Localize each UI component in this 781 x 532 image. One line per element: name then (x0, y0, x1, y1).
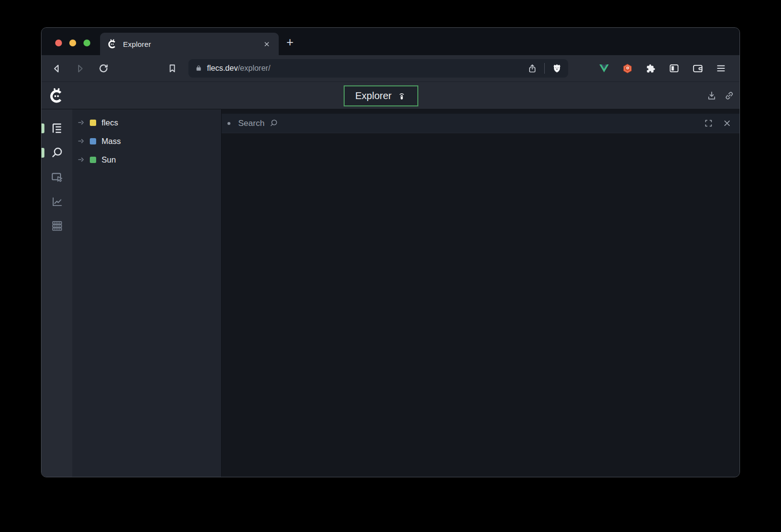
tree-outline-icon[interactable] (50, 121, 64, 136)
share-icon[interactable] (526, 62, 538, 75)
browser-window: Explorer + (41, 27, 740, 477)
search-panel-header[interactable]: Search (222, 114, 740, 133)
hexagon-extension-icon[interactable] (621, 62, 633, 74)
browser-toolbar: flecs.dev/explorer/ (41, 55, 740, 82)
bookmark-icon[interactable] (166, 62, 179, 75)
wallet-icon[interactable] (692, 62, 703, 74)
tree-item-label: Mass (102, 137, 121, 146)
zoom-window-button[interactable] (83, 40, 90, 46)
link-icon[interactable] (724, 90, 735, 101)
panel-bullet-icon (227, 122, 230, 125)
app-body: flecs Mass Sun (41, 109, 740, 477)
app-header: Explorer (41, 82, 740, 109)
close-icon[interactable] (722, 119, 732, 128)
active-panel-pill (41, 123, 44, 133)
inspector-icon[interactable] (50, 170, 64, 184)
entity-tree: flecs Mass Sun (72, 109, 221, 477)
reload-icon[interactable] (97, 62, 110, 75)
expand-arrow-icon[interactable] (78, 137, 85, 145)
stats-icon[interactable] (50, 219, 64, 233)
window-controls (55, 40, 90, 46)
active-panel-pill (41, 148, 44, 158)
tree-item-label: Sun (102, 155, 116, 164)
address-bar[interactable]: flecs.dev/explorer/ (188, 59, 568, 78)
search-panel-title: Search (238, 119, 265, 128)
search-icon[interactable] (50, 145, 64, 160)
icon-sidebar (41, 109, 72, 477)
query-results-area (222, 133, 740, 477)
main-panel: Search (221, 109, 740, 477)
app-title-box[interactable]: Explorer (344, 85, 418, 106)
tab-strip: Explorer + (41, 28, 740, 55)
url-host: flecs.dev (207, 64, 238, 73)
entity-color-swatch (90, 157, 96, 163)
expand-arrow-icon[interactable] (78, 156, 85, 164)
tree-item[interactable]: Sun (72, 150, 221, 169)
flecs-favicon-icon (107, 39, 117, 49)
url-path: /explorer/ (238, 64, 270, 73)
lock-icon (195, 64, 203, 72)
tree-item[interactable]: flecs (72, 113, 221, 132)
forward-icon[interactable] (74, 62, 86, 75)
entity-color-swatch (90, 138, 96, 144)
fullscreen-icon[interactable] (703, 119, 713, 128)
tree-item-label: flecs (102, 118, 118, 127)
download-icon[interactable] (706, 90, 717, 101)
tab-explorer[interactable]: Explorer (100, 33, 279, 55)
sidebar-toggle-icon[interactable] (668, 62, 680, 74)
vue-devtools-icon[interactable] (598, 62, 610, 74)
flecs-logo-icon[interactable] (49, 88, 64, 103)
back-icon[interactable] (50, 62, 63, 75)
entity-color-swatch (90, 120, 96, 126)
tree-item[interactable]: Mass (72, 132, 221, 150)
tab-close-icon[interactable] (262, 39, 271, 49)
minimize-window-button[interactable] (69, 40, 76, 46)
extensions-puzzle-icon[interactable] (645, 62, 657, 74)
brave-shield-icon[interactable] (551, 62, 563, 75)
tab-title: Explorer (123, 40, 151, 48)
new-tab-button[interactable]: + (283, 35, 297, 49)
remote-connection-icon (397, 91, 407, 101)
magnifier-icon (269, 119, 278, 128)
close-window-button[interactable] (55, 40, 62, 46)
expand-arrow-icon[interactable] (78, 119, 85, 126)
extensions-row (598, 62, 727, 74)
menu-icon[interactable] (715, 62, 727, 74)
app-title: Explorer (355, 90, 391, 102)
chart-icon[interactable] (50, 194, 64, 209)
